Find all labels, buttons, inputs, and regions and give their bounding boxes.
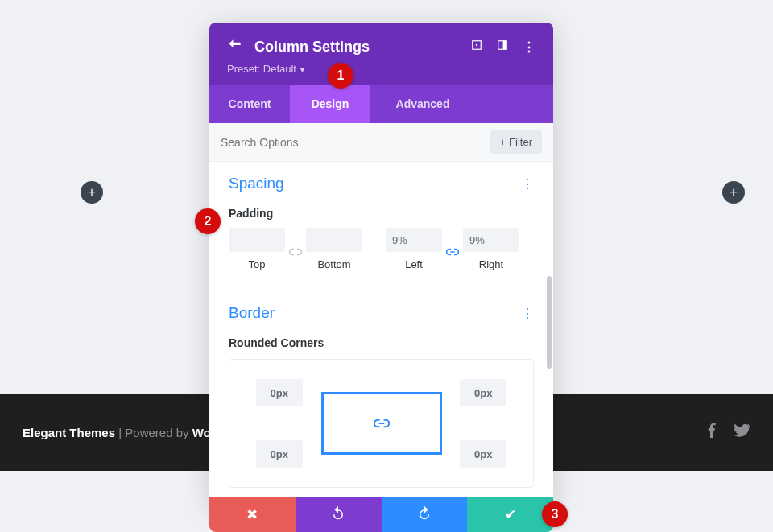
settings-modal: Column Settings ⋮ Preset: Default▼ Conte…	[209, 23, 553, 505]
corner-link-rect[interactable]	[321, 392, 442, 455]
panel-body: Spacing ⋮ Padding Top Bottom	[209, 162, 553, 505]
border-menu-icon[interactable]: ⋮	[521, 306, 534, 321]
spacing-heading[interactable]: Spacing	[229, 175, 284, 192]
padding-label: Padding	[229, 207, 534, 220]
border-heading[interactable]: Border	[229, 304, 275, 322]
tab-content[interactable]: Content	[209, 85, 290, 123]
footer-credits: Elegant Themes | Powered by Wo	[23, 426, 211, 439]
padding-bottom-label: Bottom	[317, 258, 350, 270]
svg-rect-3	[503, 41, 507, 50]
responsive-icon[interactable]	[497, 39, 508, 54]
filter-label: Filter	[509, 136, 532, 148]
undo-icon	[331, 505, 345, 524]
footer-brand: Elegant Themes	[23, 426, 115, 439]
modal-action-bar: ✖ ✔	[209, 497, 553, 532]
corner-top-right-input[interactable]	[460, 379, 506, 406]
tab-design[interactable]: Design	[290, 85, 370, 123]
callout-badge-1: 1	[328, 63, 353, 89]
cancel-button[interactable]: ✖	[209, 497, 296, 532]
callout-badge-3: 3	[542, 501, 568, 527]
twitter-icon[interactable]	[734, 423, 750, 442]
undo-button[interactable]	[296, 497, 382, 532]
rounded-corners-label: Rounded Corners	[229, 336, 534, 349]
check-icon: ✔	[505, 506, 516, 523]
save-button[interactable]: ✔	[467, 497, 553, 532]
padding-divider	[374, 228, 374, 255]
corner-bottom-left-input[interactable]	[256, 440, 303, 468]
filter-button[interactable]: +Filter	[490, 130, 542, 154]
padding-right-input[interactable]	[463, 228, 519, 252]
plus-icon: +	[500, 136, 506, 148]
callout-badge-2: 2	[195, 208, 221, 234]
add-section-left-button[interactable]: +	[81, 181, 103, 204]
facebook-icon[interactable]	[705, 423, 720, 442]
scrollbar-thumb[interactable]	[547, 276, 552, 369]
padding-top-input[interactable]	[229, 228, 285, 252]
footer-separator: | Powered by	[115, 426, 192, 439]
svg-point-1	[476, 44, 477, 46]
padding-left-input[interactable]	[386, 228, 442, 252]
close-icon: ✖	[246, 506, 258, 523]
padding-top-label: Top	[249, 258, 266, 270]
add-section-right-button[interactable]: +	[722, 181, 745, 204]
padding-left-label: Left	[405, 258, 423, 270]
plus-icon: +	[88, 184, 96, 200]
chevron-down-icon: ▼	[299, 66, 306, 74]
back-arrow-icon[interactable]	[227, 37, 243, 56]
redo-button[interactable]	[382, 497, 468, 532]
more-icon[interactable]: ⋮	[523, 39, 535, 55]
padding-controls: Top Bottom Left	[229, 228, 534, 270]
footer-platform: Wo	[192, 426, 211, 439]
spacing-section: Spacing ⋮ Padding Top Bottom	[209, 162, 553, 280]
link-left-right-icon[interactable]	[442, 241, 463, 258]
plus-icon: +	[730, 184, 738, 200]
modal-header: Column Settings ⋮ Preset: Default▼	[209, 23, 553, 85]
link-top-bottom-icon[interactable]	[285, 241, 306, 258]
redo-icon	[417, 505, 432, 524]
footer-social-icons	[705, 423, 750, 442]
tab-advanced[interactable]: Advanced	[370, 85, 475, 123]
border-section: Border ⋮ Rounded Corners	[209, 280, 553, 497]
expand-icon[interactable]	[471, 39, 482, 54]
padding-bottom-input[interactable]	[306, 228, 362, 252]
corner-bottom-right-input[interactable]	[460, 440, 506, 468]
modal-tabs: Content Design Advanced	[209, 85, 553, 123]
search-input[interactable]	[221, 136, 490, 149]
preset-selector[interactable]: Preset: Default▼	[227, 63, 535, 75]
rounded-corners-control	[229, 359, 534, 488]
preset-label: Preset: Default	[227, 63, 296, 75]
search-filter-row: +Filter	[209, 123, 553, 162]
padding-right-label: Right	[479, 258, 503, 270]
spacing-menu-icon[interactable]: ⋮	[521, 176, 534, 192]
corner-top-left-input[interactable]	[256, 379, 303, 406]
modal-title: Column Settings	[254, 39, 460, 56]
